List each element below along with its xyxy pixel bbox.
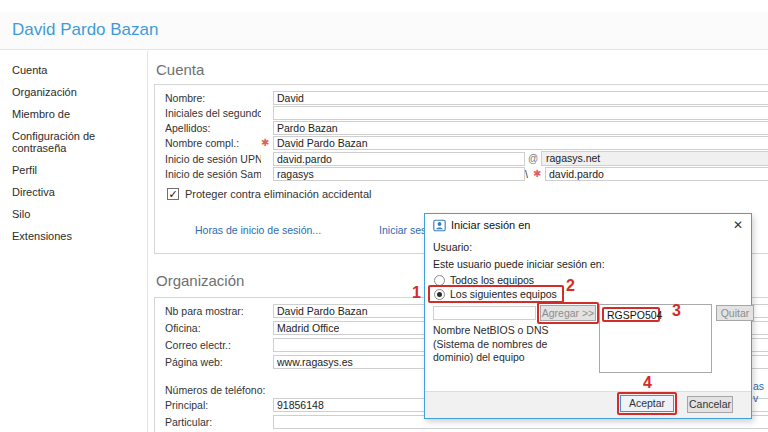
account-section-title: Cuenta [156, 61, 768, 78]
samaccount-domain-input[interactable] [273, 167, 525, 181]
protect-deletion-checkbox[interactable]: ✓ [167, 188, 179, 200]
field-row-nombre-completo: Nombre compl.:✱ [165, 136, 768, 150]
annotation-box-step4: Aceptar [617, 392, 677, 415]
sidebar-item-miembro-de[interactable]: Miembro de [0, 103, 147, 125]
annotation-number-3: 3 [672, 302, 681, 320]
sidebar-item-organizacion[interactable]: Organización [0, 81, 147, 103]
display-name-label: Nb para mostrar: [165, 305, 261, 317]
annotation-box-step1: Los siguientes equipos [428, 285, 564, 303]
sidebar-item-silo[interactable]: Silo [0, 203, 147, 225]
protect-deletion-row: ✓ Proteger contra eliminación accidental [167, 188, 768, 200]
sidebar: Cuenta Organización Miembro de Configura… [0, 51, 148, 432]
apellidos-label: Apellidos: [165, 122, 261, 134]
upn-domain-select[interactable]: ragasys.net [541, 151, 768, 166]
field-row-apellidos: Apellidos: [165, 121, 768, 135]
remove-button[interactable]: Quitar [716, 305, 754, 321]
logon-to-dialog: Iniciar sesión en ✕ Usuario: Este usuari… [424, 213, 752, 419]
at-symbol: @ [525, 153, 541, 164]
correo-label: Correo electr.: [165, 339, 261, 351]
samaccount-label: Inicio de sesión SamAccou... [165, 168, 261, 180]
radio-following-computers[interactable] [434, 289, 445, 300]
radio-following-computers-label: Los siguientes equipos [450, 288, 557, 300]
iniciales-input[interactable] [273, 106, 768, 120]
field-row-samaccount: Inicio de sesión SamAccou... \ ✱ [165, 167, 768, 181]
nombre-label: Nombre: [165, 92, 261, 104]
instruction-label: Este usuario puede iniciar sesión en: [433, 258, 605, 270]
page-header: David Pardo Bazan [0, 12, 768, 50]
radio-following-computers-row: Los siguientes equipos [434, 288, 557, 300]
annotation-number-1: 1 [412, 284, 421, 302]
usuario-label: Usuario: [433, 241, 472, 253]
upn-label: Inicio de sesión UPN de us... [165, 153, 261, 165]
close-icon[interactable]: ✕ [733, 219, 743, 231]
iniciales-label: Iniciales del segundo nom... [165, 107, 261, 119]
annotation-number-4: 4 [643, 374, 652, 392]
upn-input[interactable] [273, 152, 525, 166]
apellidos-input[interactable] [273, 121, 768, 135]
nombre-completo-label: Nombre compl.: [165, 137, 261, 149]
page-title: David Pardo Bazan [12, 20, 158, 40]
background-text-fragment: as v [753, 380, 768, 404]
user-card-icon [433, 219, 446, 232]
logon-hours-link[interactable]: Horas de inicio de sesión... [195, 224, 321, 236]
oficina-label: Oficina: [165, 322, 261, 334]
telefono-particular-label: Particular: [165, 416, 261, 428]
samaccount-name-input[interactable] [545, 167, 768, 181]
required-asterisk-icon: ✱ [261, 138, 273, 148]
protect-deletion-label: Proteger contra eliminación accidental [185, 188, 372, 200]
app-root: David Pardo Bazan Cuenta Organización Mi… [0, 0, 768, 432]
computers-listbox[interactable]: RGSPO504 [599, 304, 712, 373]
field-row-nombre: Nombre: [165, 91, 768, 105]
annotation-box-step2: Agregar >> [537, 302, 599, 324]
dialog-titlebar: Iniciar sesión en ✕ [425, 214, 751, 236]
sidebar-item-configuracion-contrasena[interactable]: Configuración de contraseña [0, 125, 147, 159]
pagina-web-label: Página web: [165, 356, 261, 368]
telefono-principal-label: Principal: [165, 399, 261, 411]
dialog-title: Iniciar sesión en [451, 219, 728, 231]
cancel-button[interactable]: Cancelar [687, 396, 733, 413]
computer-list-item[interactable]: RGSPO504 [607, 309, 662, 321]
annotation-number-2: 2 [566, 277, 575, 295]
sidebar-item-directiva[interactable]: Directiva [0, 181, 147, 203]
required-asterisk-icon: ✱ [533, 169, 545, 179]
sidebar-item-cuenta[interactable]: Cuenta [0, 59, 147, 81]
annotation-box-step3: RGSPO504 [602, 307, 660, 322]
add-button[interactable]: Agregar >> [540, 305, 596, 321]
field-row-iniciales: Iniciales del segundo nom... [165, 106, 768, 120]
nombre-completo-input[interactable] [273, 136, 768, 150]
computer-name-input[interactable] [433, 306, 536, 320]
sidebar-item-extensiones[interactable]: Extensiones [0, 225, 147, 247]
backslash-separator: \ [525, 168, 533, 180]
nombre-input[interactable] [273, 91, 768, 105]
radio-all-computers[interactable] [434, 275, 445, 286]
sidebar-item-perfil[interactable]: Perfil [0, 159, 147, 181]
ok-button[interactable]: Aceptar [620, 395, 674, 412]
netbios-dns-hint: Nombre NetBIOS o DNS (Sistema de nombres… [433, 324, 555, 365]
field-row-upn: Inicio de sesión UPN de us... @ ragasys.… [165, 151, 768, 166]
